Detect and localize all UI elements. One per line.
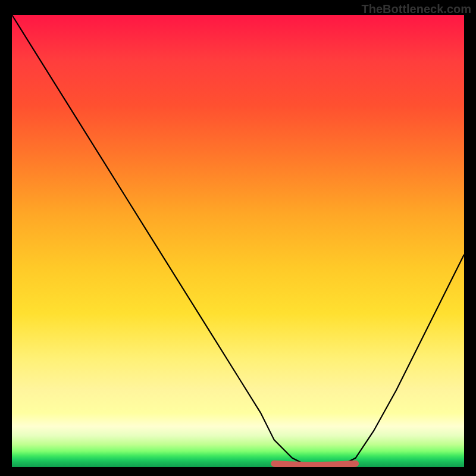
plot-area: [12, 15, 464, 467]
marker-band: [274, 464, 356, 465]
chart-container: TheBottleneck.com: [0, 0, 476, 476]
chart-svg: [12, 15, 464, 467]
bottleneck-curve-line: [12, 15, 464, 465]
attribution-label: TheBottleneck.com: [362, 2, 471, 16]
